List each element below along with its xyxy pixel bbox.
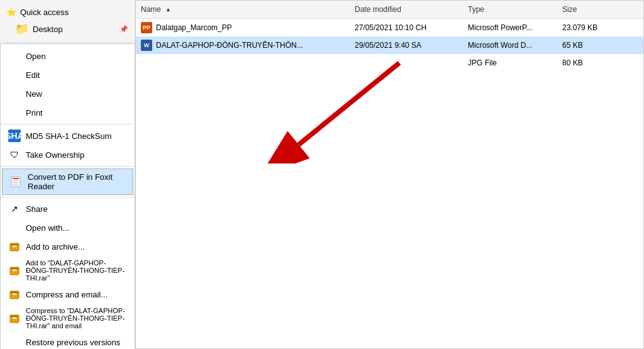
col-header-type[interactable]: Type <box>463 3 557 16</box>
addarchive-icon <box>8 240 21 253</box>
col-header-size[interactable]: Size <box>557 3 620 16</box>
file-type-cell: Microsoft Word D... <box>463 41 557 50</box>
table-row[interactable]: PP Dalatgap_Marcom_PP 27/05/2021 10:10 C… <box>136 19 643 36</box>
svg-rect-1 <box>13 178 19 179</box>
edit-icon <box>8 69 21 81</box>
svg-rect-16 <box>13 318 16 319</box>
col-header-name[interactable]: Name <box>136 3 350 16</box>
file-size-cell: 65 KB <box>557 41 620 50</box>
file-type-cell: JPG File <box>463 58 557 67</box>
new-icon <box>8 87 21 100</box>
sidebar-item-quickaccess[interactable]: ⭐ Quick access <box>0 5 135 19</box>
separator-3 <box>1 197 135 197</box>
file-type-cell: Microsoft PowerP... <box>463 23 557 32</box>
svg-rect-12 <box>10 291 19 293</box>
ownership-icon: 🛡 <box>8 148 21 161</box>
menu-item-print[interactable]: Print <box>1 103 135 122</box>
file-area: Name Date modified Type Size PP Dalatgap… <box>135 0 644 349</box>
svg-rect-4 <box>13 184 18 186</box>
menu-item-compress-rar-email[interactable]: Compress to "DALAT-GAPHOP-ĐÔNG-TRUYÊN-TH… <box>1 304 135 333</box>
quickaccess-label: Quick access <box>20 8 69 17</box>
sidebar-item-desktop[interactable]: 📁 Desktop 📌 <box>0 19 135 38</box>
menu-item-openwith[interactable]: Open with... <box>1 218 135 237</box>
svg-rect-9 <box>10 267 19 269</box>
word-file-icon: W <box>141 40 152 51</box>
svg-rect-3 <box>13 182 18 184</box>
md5-icon: SHA <box>8 130 21 142</box>
menu-item-ownership[interactable]: 🛡 Take Ownership <box>1 145 135 164</box>
context-menu: Open Edit New Print SHA MD5 SHA-1 CheckS… <box>0 43 135 349</box>
file-name-cell: W DALAT-GAPHOP-ĐÔNG-TRUYÊN-THÔN... <box>136 40 350 51</box>
menu-item-edit[interactable]: Edit <box>1 65 135 84</box>
share-icon: ↗ <box>8 202 21 215</box>
menu-item-share[interactable]: ↗ Share <box>1 199 135 218</box>
separator-1 <box>1 124 135 125</box>
print-icon <box>8 106 21 119</box>
svg-rect-13 <box>13 294 16 295</box>
file-size-cell: 80 KB <box>557 58 620 67</box>
file-size-cell: 23.079 KB <box>557 23 620 32</box>
sidebar: ⭐ Quick access 📁 Desktop 📌 Open Edit New… <box>0 0 135 349</box>
foxit-icon <box>10 175 23 188</box>
open-icon <box>8 50 21 62</box>
file-name-cell: PP Dalatgap_Marcom_PP <box>136 22 350 33</box>
desktop-label: Desktop <box>33 25 63 34</box>
svg-rect-10 <box>13 270 16 271</box>
menu-item-new[interactable]: New <box>1 84 135 103</box>
compress-email-icon <box>8 288 21 301</box>
desktop-folder-icon: 📁 <box>15 22 29 36</box>
file-date-cell: 27/05/2021 10:10 CH <box>350 23 463 32</box>
pin-icon: 📌 <box>119 25 128 33</box>
svg-rect-2 <box>13 180 19 182</box>
compress-rar-email-icon <box>8 312 21 324</box>
openwith-icon <box>8 221 21 234</box>
separator-2 <box>1 166 135 167</box>
addrar-icon <box>8 264 21 277</box>
menu-item-compress-email[interactable]: Compress and email... <box>1 285 135 304</box>
file-date-cell: 29/05/2021 9:40 SA <box>350 41 463 50</box>
quickaccess-icon: ⭐ <box>6 8 16 17</box>
table-row[interactable]: W DALAT-GAPHOP-ĐÔNG-TRUYÊN-THÔN... 29/05… <box>136 36 643 54</box>
file-header: Name Date modified Type Size <box>136 1 643 19</box>
svg-rect-6 <box>10 243 19 245</box>
menu-item-md5[interactable]: SHA MD5 SHA-1 CheckSum <box>1 126 135 145</box>
menu-item-foxit[interactable]: Convert to PDF in Foxit Reader <box>2 169 133 195</box>
col-header-date[interactable]: Date modified <box>350 3 463 16</box>
restore-icon <box>8 336 21 348</box>
table-row[interactable]: JPG File 80 KB <box>136 54 643 72</box>
menu-item-restore[interactable]: Restore previous versions <box>1 333 135 349</box>
svg-rect-15 <box>10 315 19 317</box>
pp-file-icon: PP <box>141 22 152 33</box>
menu-item-open[interactable]: Open <box>1 47 135 65</box>
menu-item-addarchive[interactable]: Add to archive... <box>1 237 135 256</box>
svg-rect-7 <box>13 246 16 247</box>
main-content: Name Date modified Type Size PP Dalatgap… <box>135 0 644 349</box>
menu-item-addrar[interactable]: Add to "DALAT-GAPHOP-ĐÔNG-TRUYÊN-THONG-T… <box>1 256 135 285</box>
